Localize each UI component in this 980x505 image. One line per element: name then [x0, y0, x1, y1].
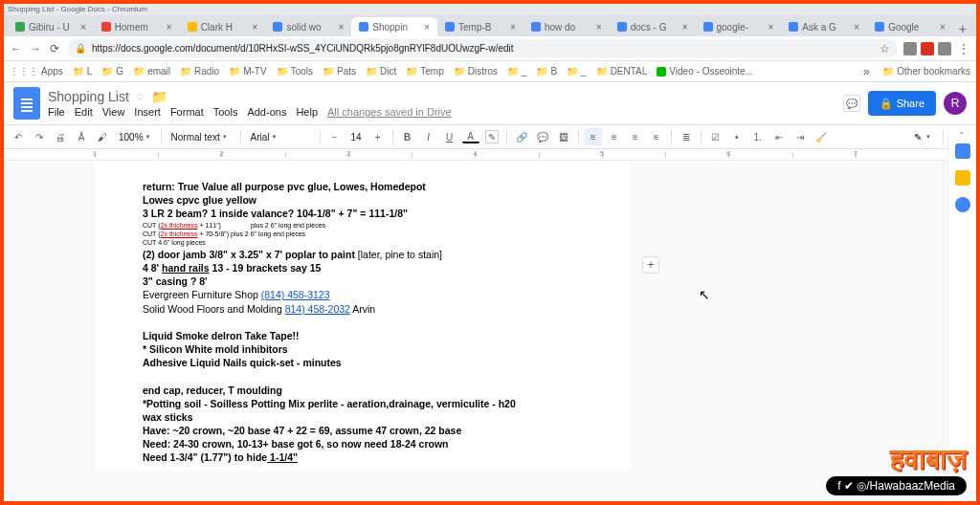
- browser-tab[interactable]: Clark H×: [180, 17, 266, 36]
- add-comment-bubble[interactable]: +: [642, 256, 659, 274]
- increase-indent-button[interactable]: ⇥: [791, 128, 809, 145]
- bookmark-folder[interactable]: 📁Tools: [277, 66, 313, 77]
- underline-button[interactable]: U: [441, 128, 458, 145]
- align-right-button[interactable]: ≡: [627, 128, 644, 145]
- open-comments-button[interactable]: 💬: [843, 95, 860, 112]
- insert-link-button[interactable]: 🔗: [513, 128, 530, 145]
- extension-icon[interactable]: [938, 42, 951, 55]
- document-title[interactable]: Shopping List: [48, 89, 129, 104]
- bulleted-list-button[interactable]: •: [728, 128, 746, 145]
- address-bar[interactable]: 🔒 https://docs.google.com/document/d/10R…: [67, 39, 898, 58]
- browser-tab[interactable]: Shoppin×: [351, 17, 437, 36]
- bookmark-folder[interactable]: 📁email: [133, 66, 170, 77]
- bookmark-folder[interactable]: 📁L: [73, 66, 93, 77]
- font-size-input[interactable]: 14: [347, 128, 366, 145]
- bold-button[interactable]: B: [399, 128, 416, 145]
- tasks-addon-icon[interactable]: [955, 197, 970, 212]
- menu-help[interactable]: Help: [296, 106, 318, 118]
- browser-tab[interactable]: Google×: [867, 17, 953, 36]
- menu-view[interactable]: View: [102, 106, 125, 118]
- print-button[interactable]: 🖨: [52, 128, 69, 145]
- highlight-button[interactable]: ✎: [483, 128, 501, 145]
- browser-tab[interactable]: Temp-B×: [437, 17, 523, 36]
- browser-tab[interactable]: Gibiru - U×: [8, 17, 94, 36]
- insert-image-button[interactable]: 🖼: [555, 128, 572, 145]
- bookmark-folder[interactable]: 📁_: [507, 66, 527, 77]
- close-tab-icon[interactable]: ×: [510, 22, 516, 33]
- extension-icon[interactable]: [921, 42, 934, 55]
- menu-insert[interactable]: Insert: [134, 106, 161, 118]
- increase-font-size[interactable]: +: [369, 128, 387, 145]
- document-page[interactable]: + return: True Value all purpose pvc glu…: [95, 161, 631, 471]
- new-tab-button[interactable]: +: [953, 21, 972, 36]
- bookmark-folder[interactable]: 📁Pats: [323, 66, 356, 77]
- menu-edit[interactable]: Edit: [75, 106, 93, 118]
- bookmark-folder[interactable]: 📁Temp: [406, 66, 443, 77]
- close-tab-icon[interactable]: ×: [80, 22, 86, 33]
- browser-tab[interactable]: solid wo×: [265, 17, 351, 36]
- menu-add-ons[interactable]: Add-ons: [247, 106, 286, 118]
- close-tab-icon[interactable]: ×: [253, 22, 258, 33]
- share-button[interactable]: 🔒Share: [868, 91, 936, 116]
- editing-mode-dropdown[interactable]: ✎▼: [908, 132, 937, 143]
- keep-addon-icon[interactable]: [955, 170, 970, 186]
- browser-tab[interactable]: Ask a G×: [781, 17, 867, 36]
- browser-tab[interactable]: google-×: [696, 17, 782, 36]
- checklist-button[interactable]: ☑: [707, 128, 724, 145]
- close-tab-icon[interactable]: ×: [338, 22, 344, 33]
- bookmark-folder[interactable]: 📁M-TV: [229, 66, 266, 77]
- menu-tools[interactable]: Tools: [213, 106, 238, 118]
- numbered-list-button[interactable]: 1.: [749, 128, 767, 145]
- italic-button[interactable]: I: [420, 128, 437, 145]
- bookmark-folder[interactable]: 📁_: [567, 66, 587, 77]
- undo-button[interactable]: ↶: [10, 128, 27, 145]
- decrease-font-size[interactable]: −: [326, 128, 344, 145]
- font-dropdown[interactable]: Arial▼: [247, 128, 314, 145]
- account-avatar[interactable]: R: [944, 92, 967, 115]
- browser-tab[interactable]: Homem×: [94, 17, 180, 36]
- bookmarks-overflow[interactable]: »: [859, 65, 873, 78]
- menu-file[interactable]: File: [48, 106, 65, 118]
- bookmark-folder[interactable]: 📁Radio: [180, 66, 219, 77]
- align-justify-button[interactable]: ≡: [648, 128, 665, 145]
- close-tab-icon[interactable]: ×: [167, 22, 172, 33]
- browser-tab[interactable]: docs - G×: [610, 17, 696, 36]
- redo-button[interactable]: ↷: [31, 128, 48, 145]
- back-button[interactable]: ←: [10, 42, 23, 55]
- line-spacing-button[interactable]: ≣: [678, 128, 695, 145]
- apps-button[interactable]: ⋮⋮⋮Apps: [10, 66, 63, 77]
- forward-button[interactable]: →: [29, 42, 42, 55]
- star-document-icon[interactable]: ☆: [135, 90, 145, 103]
- close-tab-icon[interactable]: ×: [682, 22, 688, 33]
- extension-icon[interactable]: [903, 42, 917, 55]
- calendar-addon-icon[interactable]: [955, 143, 970, 159]
- bookmark-folder[interactable]: 📁DENTAL: [596, 66, 648, 77]
- spellcheck-button[interactable]: Ă: [73, 128, 90, 145]
- bookmark-star-icon[interactable]: ☆: [880, 42, 890, 55]
- browser-menu-button[interactable]: ⋮: [957, 42, 970, 55]
- decrease-indent-button[interactable]: ⇤: [770, 128, 788, 145]
- other-bookmarks[interactable]: 📁Other bookmarks: [882, 66, 970, 77]
- reload-button[interactable]: ⟳: [48, 42, 61, 55]
- paint-format-button[interactable]: 🖌: [94, 128, 111, 145]
- bookmark-folder[interactable]: 📁B: [536, 66, 557, 77]
- horizontal-ruler[interactable]: [4, 149, 976, 161]
- clear-formatting-button[interactable]: 🧹: [813, 128, 830, 145]
- menu-format[interactable]: Format: [170, 106, 204, 118]
- align-left-button[interactable]: ≡: [585, 128, 602, 145]
- align-center-button[interactable]: ≡: [606, 128, 623, 145]
- close-tab-icon[interactable]: ×: [596, 22, 602, 33]
- bookmark-item[interactable]: Video - Osseointe...: [657, 66, 753, 77]
- close-tab-icon[interactable]: ×: [854, 22, 859, 33]
- close-tab-icon[interactable]: ×: [940, 22, 946, 33]
- bookmark-folder[interactable]: 📁G: [101, 66, 123, 77]
- close-tab-icon[interactable]: ×: [768, 22, 773, 33]
- close-tab-icon[interactable]: ×: [424, 22, 430, 33]
- bookmark-folder[interactable]: 📁Distros: [454, 66, 498, 77]
- text-color-button[interactable]: A: [462, 130, 479, 143]
- bookmark-folder[interactable]: 📁Dict: [366, 66, 396, 77]
- zoom-dropdown[interactable]: 100%▼: [115, 128, 155, 145]
- styles-dropdown[interactable]: Normal text▼: [167, 128, 234, 145]
- move-folder-icon[interactable]: 📁: [151, 89, 167, 104]
- add-comment-button[interactable]: 💬: [534, 128, 551, 145]
